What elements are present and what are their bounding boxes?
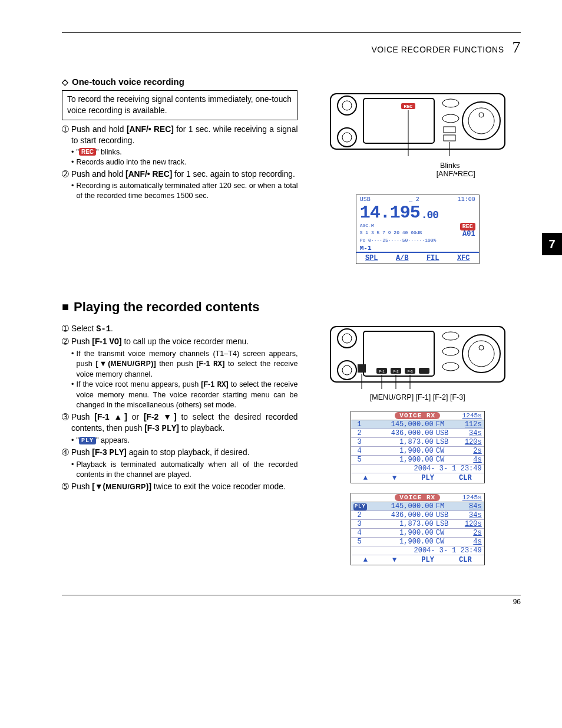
svg-point-2 [342,101,352,110]
svg-text:F-2: F-2 [393,370,399,373]
voice-row: 51,900.00CW4s [351,456,484,465]
lcd-panel: USB ⏟ 2 11:00 14.195.00 AGC-M REC S 1 3 … [356,195,480,264]
running-header: VOICE RECORDER FUNCTIONS 7 [62,38,521,57]
svg-point-40 [479,345,484,350]
voice-row: 51,900.00CW4s [351,538,484,546]
voice-row: 2436,000.00USB34s [351,429,484,438]
voice-row: 31,873.00LSB120s [351,438,484,447]
steps-section2: ➀Select S-1.➁Push [F-1 VO] to call up th… [62,323,297,492]
top-rule [62,32,521,33]
svg-rect-11 [444,127,455,133]
caption-row-1: Blinks [375,162,459,170]
step-num: ➃ [62,447,69,480]
section-title: VOICE RECORDER FUNCTIONS [371,45,504,54]
svg-rect-30 [419,368,429,374]
intro-box: To record the receiving signal contents … [62,90,297,120]
thumb-tab: 7 [542,233,562,255]
svg-point-37 [442,363,459,371]
svg-text:REC: REC [404,104,412,108]
voice-row: 2436,000.00USB34s [351,511,484,520]
voice-row: 41,900.00CW2s [351,529,484,538]
svg-text:F-1: F-1 [379,370,385,373]
step-num: ➁ [62,336,69,410]
svg-point-20 [338,361,356,380]
svg-point-4 [342,133,352,142]
voice-rx-table-1: VOICE RX 1245s 1145,000.00FM112s2436,000… [351,411,485,483]
svg-point-16 [479,113,484,117]
steps-section1: ➀ Push and hold [ANF/• REC] for 1 sec. w… [62,124,297,201]
caption-keys: [MENU/GRP] [F-1] [F-2] [F-3] [370,393,465,401]
voice-row: 41,900.00CW2s [351,447,484,456]
svg-rect-12 [444,135,455,141]
step-num: ➀ [62,124,69,167]
step-num: ➄ [62,481,69,492]
voice-row: PLY 145,000.00 FM 84s [351,502,484,511]
svg-rect-5 [363,98,434,143]
svg-point-3 [338,128,356,147]
step-num: ➂ [62,411,69,446]
rec-badge-icon: REC [79,148,96,156]
svg-point-9 [442,99,459,107]
svg-point-18 [338,329,356,348]
voice-row: 1145,000.00FM112s [351,420,484,429]
voice-rx-table-2: VOICE RX 1245s PLY 145,000.00 FM 84s 243… [351,493,485,565]
subhead-one-touch: One-touch voice recording [62,77,521,87]
svg-point-10 [442,114,459,123]
chapter-number: 7 [513,38,521,57]
step-num: ➀ [62,323,69,335]
step-num: ➁ [62,169,69,201]
svg-point-21 [342,365,352,375]
radio-front-panel-illustration-2: F-1 F-2 F-3 [329,323,506,391]
svg-point-39 [468,341,494,367]
voice-row: 31,873.00LSB120s [351,520,484,529]
svg-point-36 [442,347,459,355]
svg-point-19 [342,334,352,343]
caption-anfrec: [ANF/•REC] [437,170,475,178]
lcd-softkeys: SPL A/B FIL XFC [356,252,479,263]
svg-point-15 [468,108,494,134]
radio-front-panel-illustration: REC [329,90,506,158]
svg-rect-23 [358,364,366,373]
heading-playing: Playing the recorded contents [62,299,521,315]
footer-page-number: 96 [62,595,521,606]
svg-point-1 [338,96,356,115]
svg-text:F-3: F-3 [407,370,413,373]
svg-point-35 [442,332,459,340]
